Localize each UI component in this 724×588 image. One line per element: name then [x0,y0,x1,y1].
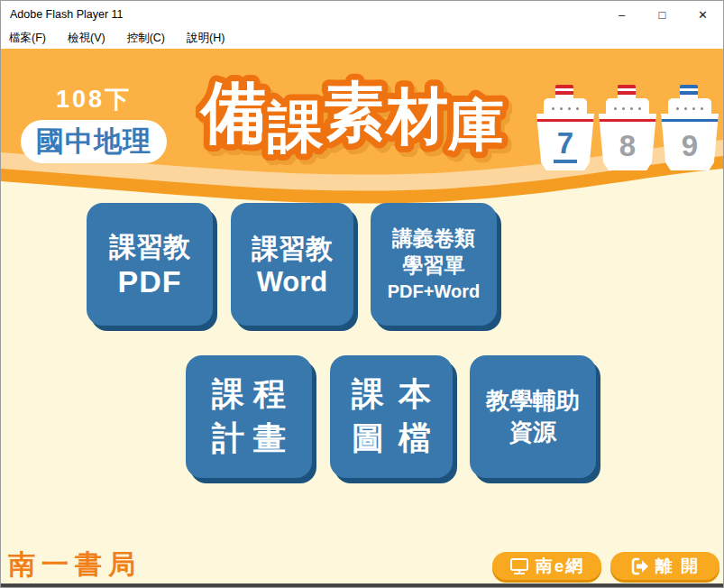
menu-bar: 檔案(F) 檢視(V) 控制(C) 說明(H) [1,28,723,49]
close-button[interactable]: ✕ [683,1,723,28]
button-label: 教學輔助 [486,385,580,417]
menu-control[interactable]: 控制(C) [127,31,165,46]
button-kexijiao-word[interactable]: 課習教 Word [231,203,353,326]
publisher-logo: 南一書局 [8,547,142,583]
boat-deck-icon [668,98,711,114]
title-bar: Adobe Flash Player 11 – □ ✕ [1,1,723,28]
window-title: Adobe Flash Player 11 [1,8,601,21]
hull-stripe [599,119,656,122]
exit-label: 離 開 [655,555,700,578]
button-label: 課習教 [252,231,333,266]
button-textbook-images[interactable]: 課本 圖檔 [330,355,453,478]
button-label: 課習教 [109,229,190,264]
menu-view[interactable]: 檢視(V) [68,31,105,46]
boat-hull-icon: 9 [661,114,719,170]
boat-funnel-icon [555,85,573,99]
hull-stripe [536,119,594,122]
volume-boat-7[interactable]: 7 [536,85,594,173]
exit-icon [630,557,649,575]
edition-badge: 108下 國中地理 [21,83,167,163]
button-label: 學習單 [403,253,465,280]
button-label: 圖檔 [337,417,445,461]
minimize-button[interactable]: – [601,1,642,28]
exit-button[interactable]: 離 開 [610,552,719,580]
subject-pill: 國中地理 [21,120,167,163]
boat-deck-icon [544,98,587,114]
button-label: 計畫 [203,417,295,461]
app-window: Adobe Flash Player 11 – □ ✕ 檔案(F) 檢視(V) … [0,0,724,588]
main-title-text: 備課素材庫 [198,75,504,158]
hull-stripe [661,119,719,122]
window-bottom-edge [1,583,723,587]
volume-selector: 7 8 9 [536,85,719,173]
volume-number-7: 7 [554,128,577,163]
button-teaching-aids[interactable]: 教學輔助 資源 [470,355,596,478]
monitor-icon [509,557,529,575]
volume-boat-8[interactable]: 8 [599,85,656,173]
button-label: 講義卷類 [392,225,475,253]
flash-stage: 108下 國中地理 備課素材庫 7 [1,49,723,587]
nan-e-net-button[interactable]: 南e網 [492,552,601,580]
nan-e-net-label: 南e網 [536,555,585,578]
boat-funnel-icon [618,85,636,99]
main-title: 備課素材庫 [196,56,544,173]
button-label: 資源 [509,417,556,448]
menu-help[interactable]: 說明(H) [187,31,225,46]
button-handout-sheets[interactable]: 講義卷類 學習單 PDF+Word [371,203,497,326]
boat-hull-icon: 7 [536,114,594,170]
volume-number-9: 9 [682,131,698,161]
button-label: 課本 [337,372,445,417]
menu-file[interactable]: 檔案(F) [9,31,46,46]
volume-boat-9[interactable]: 9 [661,85,719,173]
window-controls: – □ ✕ [601,1,723,28]
button-label: Word [257,266,328,299]
edition-label: 108下 [21,83,167,115]
button-label: PDF [118,264,182,299]
button-label: 課程 [203,372,295,417]
volume-number-8: 8 [619,131,636,161]
button-label: PDF+Word [388,280,480,303]
boat-funnel-icon [680,85,698,99]
maximize-button[interactable]: □ [642,1,683,28]
button-course-plan[interactable]: 課程 計畫 [186,355,312,478]
boat-hull-icon: 8 [599,114,656,170]
boat-deck-icon [606,98,649,114]
button-kexijiao-pdf[interactable]: 課習教 PDF [87,203,213,326]
